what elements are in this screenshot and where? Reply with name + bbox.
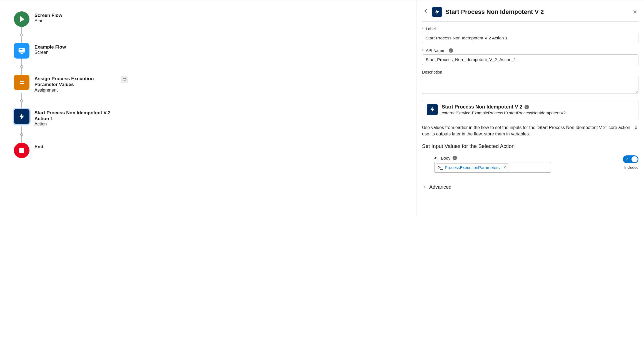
info-icon[interactable]: i [453,156,457,160]
info-icon[interactable]: i [449,48,453,53]
back-button[interactable] [423,8,429,16]
stop-icon [14,143,29,158]
input-row-body: >_ Body i >_ ProcessExecutionParameters … [422,155,638,173]
flow-node-start[interactable]: Screen Flow Start [14,11,405,27]
property-panel: Start Process Non Idempotent V 2 ✕ *Labe… [416,0,644,216]
field-label: *Label [422,27,638,43]
connector [14,93,29,109]
action-card: Start Process Non Idempotent V 2i extern… [422,100,638,119]
connector-dot[interactable] [20,99,23,102]
toggle-label: Included [623,165,638,170]
info-icon[interactable]: i [525,105,529,109]
help-text: Use values from earlier in the flow to s… [422,124,638,137]
flow-node-action-selected[interactable]: Start Process Non Idempotent V 2 Action … [14,109,405,127]
field-api-name: *API Name i [422,48,638,65]
node-title: Assign Process Execution Parameter Value… [34,76,112,88]
svg-rect-0 [19,48,25,52]
terminal-icon: >_ [438,165,443,170]
variable-chip[interactable]: >_ ProcessExecutionParameters ✕ [436,163,509,171]
required-indicator: * [422,27,424,31]
field-description: Description [422,70,638,95]
required-indicator: * [422,48,424,53]
body-input[interactable]: >_ ProcessExecutionParameters ✕ [434,162,551,173]
panel-title: Start Process Non Idempotent V 2 [445,8,629,16]
section-heading: Set Input Values for the Selected Action [422,143,638,149]
node-sub: Action [34,122,112,127]
label-field-name: Label [426,27,436,31]
node-title: Example Flow [34,44,66,50]
desc-field-name: Description [422,70,442,74]
assignment-icon: = [14,75,29,90]
close-button[interactable]: ✕ [633,9,637,15]
bolt-icon [14,109,29,124]
connector-dot[interactable] [20,65,23,68]
label-input[interactable] [422,33,638,43]
note-icon[interactable] [121,76,128,83]
action-name: Start Process Non Idempotent V 2 [442,104,522,110]
panel-header: Start Process Non Idempotent V 2 ✕ [422,5,638,22]
svg-rect-1 [20,49,23,50]
advanced-label: Advanced [429,184,451,190]
connector [14,127,29,143]
include-toggle[interactable]: ✓ [623,155,638,163]
bolt-icon [432,7,442,17]
api-field-name: API Name [426,48,444,53]
body-label: Body [441,156,450,160]
node-sub: Screen [34,50,66,55]
screen-icon [14,43,29,59]
remove-chip-icon[interactable]: ✕ [503,165,506,170]
play-icon [14,11,29,27]
advanced-section[interactable]: Advanced [422,184,638,190]
action-path: externalService-ExampleProcess10.startPr… [442,110,566,115]
flow-node-screen[interactable]: Example Flow Screen [14,43,405,59]
flow-canvas[interactable]: Screen Flow Start Example Flow Screen = … [0,0,416,216]
node-title: Screen Flow [34,12,62,18]
node-title: Start Process Non Idempotent V 2 Action … [34,110,112,122]
api-name-input[interactable] [422,54,638,65]
check-icon: ✓ [625,157,628,162]
node-sub: Assignment [34,88,112,93]
flow-node-assignment[interactable]: = Assign Process Execution Parameter Val… [14,75,405,93]
svg-rect-2 [21,53,23,54]
description-input[interactable] [422,76,638,94]
terminal-icon: >_ [434,155,439,160]
chevron-right-icon [423,185,426,190]
flow-node-end[interactable]: End [14,143,405,158]
bolt-icon [427,104,438,115]
connector [14,27,29,43]
connector [14,59,29,75]
node-sub: Start [34,18,62,23]
node-title: End [34,144,43,150]
toggle-knob [631,156,638,162]
connector-dot[interactable] [20,34,23,36]
connector-dot[interactable] [20,133,23,136]
variable-name: ProcessExecutionParameters [445,165,500,170]
